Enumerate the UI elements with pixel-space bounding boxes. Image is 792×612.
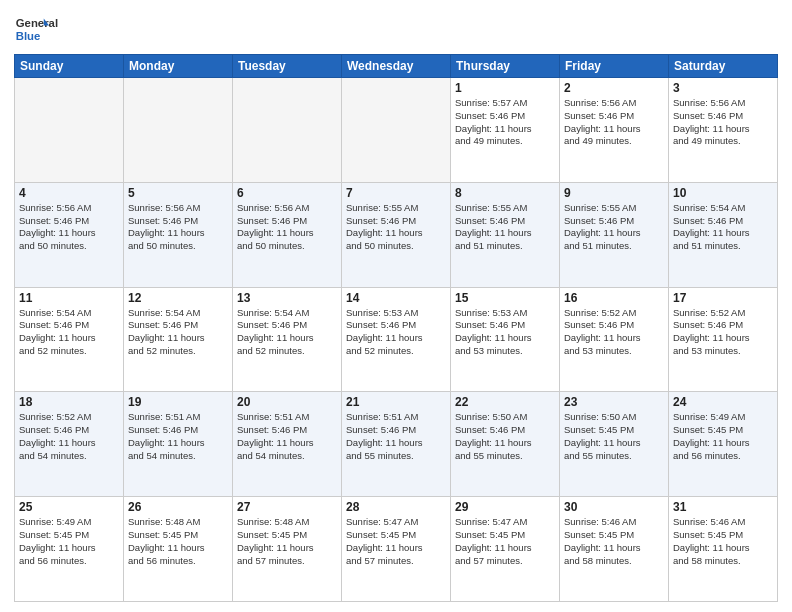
day-info: Sunrise: 5:52 AM Sunset: 5:46 PM Dayligh… [19,411,119,462]
weekday-header-saturday: Saturday [669,55,778,78]
calendar-cell: 20Sunrise: 5:51 AM Sunset: 5:46 PM Dayli… [233,392,342,497]
day-number: 15 [455,291,555,305]
calendar-week-3: 11Sunrise: 5:54 AM Sunset: 5:46 PM Dayli… [15,287,778,392]
day-info: Sunrise: 5:46 AM Sunset: 5:45 PM Dayligh… [673,516,773,567]
calendar-cell [124,78,233,183]
day-info: Sunrise: 5:56 AM Sunset: 5:46 PM Dayligh… [128,202,228,253]
day-number: 13 [237,291,337,305]
day-number: 27 [237,500,337,514]
calendar-cell: 29Sunrise: 5:47 AM Sunset: 5:45 PM Dayli… [451,497,560,602]
calendar-cell: 28Sunrise: 5:47 AM Sunset: 5:45 PM Dayli… [342,497,451,602]
day-number: 20 [237,395,337,409]
day-info: Sunrise: 5:49 AM Sunset: 5:45 PM Dayligh… [19,516,119,567]
calendar-cell: 16Sunrise: 5:52 AM Sunset: 5:46 PM Dayli… [560,287,669,392]
day-number: 29 [455,500,555,514]
calendar-cell: 25Sunrise: 5:49 AM Sunset: 5:45 PM Dayli… [15,497,124,602]
day-info: Sunrise: 5:54 AM Sunset: 5:46 PM Dayligh… [237,307,337,358]
calendar-cell: 7Sunrise: 5:55 AM Sunset: 5:46 PM Daylig… [342,182,451,287]
calendar-header-row: SundayMondayTuesdayWednesdayThursdayFrid… [15,55,778,78]
page: General Blue SundayMondayTuesdayWednesda… [0,0,792,612]
day-info: Sunrise: 5:56 AM Sunset: 5:46 PM Dayligh… [564,97,664,148]
logo-icon: General Blue [14,10,84,48]
weekday-header-monday: Monday [124,55,233,78]
svg-text:Blue: Blue [16,30,41,42]
calendar-cell: 31Sunrise: 5:46 AM Sunset: 5:45 PM Dayli… [669,497,778,602]
day-number: 21 [346,395,446,409]
day-info: Sunrise: 5:56 AM Sunset: 5:46 PM Dayligh… [673,97,773,148]
day-number: 18 [19,395,119,409]
day-number: 19 [128,395,228,409]
day-info: Sunrise: 5:51 AM Sunset: 5:46 PM Dayligh… [128,411,228,462]
day-info: Sunrise: 5:54 AM Sunset: 5:46 PM Dayligh… [673,202,773,253]
weekday-header-tuesday: Tuesday [233,55,342,78]
day-number: 22 [455,395,555,409]
calendar-week-4: 18Sunrise: 5:52 AM Sunset: 5:46 PM Dayli… [15,392,778,497]
day-number: 31 [673,500,773,514]
calendar-cell: 10Sunrise: 5:54 AM Sunset: 5:46 PM Dayli… [669,182,778,287]
weekday-header-sunday: Sunday [15,55,124,78]
day-info: Sunrise: 5:50 AM Sunset: 5:45 PM Dayligh… [564,411,664,462]
day-number: 14 [346,291,446,305]
day-info: Sunrise: 5:51 AM Sunset: 5:46 PM Dayligh… [346,411,446,462]
day-number: 28 [346,500,446,514]
logo: General Blue [14,10,84,48]
calendar-cell: 14Sunrise: 5:53 AM Sunset: 5:46 PM Dayli… [342,287,451,392]
day-info: Sunrise: 5:54 AM Sunset: 5:46 PM Dayligh… [128,307,228,358]
calendar-cell [15,78,124,183]
calendar-cell: 8Sunrise: 5:55 AM Sunset: 5:46 PM Daylig… [451,182,560,287]
calendar-cell: 22Sunrise: 5:50 AM Sunset: 5:46 PM Dayli… [451,392,560,497]
day-number: 10 [673,186,773,200]
day-number: 4 [19,186,119,200]
day-info: Sunrise: 5:50 AM Sunset: 5:46 PM Dayligh… [455,411,555,462]
calendar-cell: 12Sunrise: 5:54 AM Sunset: 5:46 PM Dayli… [124,287,233,392]
calendar-table: SundayMondayTuesdayWednesdayThursdayFrid… [14,54,778,602]
day-number: 2 [564,81,664,95]
calendar-cell: 18Sunrise: 5:52 AM Sunset: 5:46 PM Dayli… [15,392,124,497]
calendar-cell: 9Sunrise: 5:55 AM Sunset: 5:46 PM Daylig… [560,182,669,287]
day-info: Sunrise: 5:56 AM Sunset: 5:46 PM Dayligh… [19,202,119,253]
calendar-cell: 15Sunrise: 5:53 AM Sunset: 5:46 PM Dayli… [451,287,560,392]
day-number: 26 [128,500,228,514]
calendar-cell: 19Sunrise: 5:51 AM Sunset: 5:46 PM Dayli… [124,392,233,497]
day-info: Sunrise: 5:55 AM Sunset: 5:46 PM Dayligh… [564,202,664,253]
calendar-cell: 30Sunrise: 5:46 AM Sunset: 5:45 PM Dayli… [560,497,669,602]
calendar-cell: 1Sunrise: 5:57 AM Sunset: 5:46 PM Daylig… [451,78,560,183]
day-info: Sunrise: 5:52 AM Sunset: 5:46 PM Dayligh… [673,307,773,358]
calendar-cell: 3Sunrise: 5:56 AM Sunset: 5:46 PM Daylig… [669,78,778,183]
day-info: Sunrise: 5:47 AM Sunset: 5:45 PM Dayligh… [346,516,446,567]
day-info: Sunrise: 5:48 AM Sunset: 5:45 PM Dayligh… [237,516,337,567]
day-info: Sunrise: 5:51 AM Sunset: 5:46 PM Dayligh… [237,411,337,462]
day-info: Sunrise: 5:53 AM Sunset: 5:46 PM Dayligh… [455,307,555,358]
calendar-cell [342,78,451,183]
calendar-cell: 11Sunrise: 5:54 AM Sunset: 5:46 PM Dayli… [15,287,124,392]
header: General Blue [14,10,778,48]
calendar-week-5: 25Sunrise: 5:49 AM Sunset: 5:45 PM Dayli… [15,497,778,602]
day-info: Sunrise: 5:52 AM Sunset: 5:46 PM Dayligh… [564,307,664,358]
calendar-cell: 6Sunrise: 5:56 AM Sunset: 5:46 PM Daylig… [233,182,342,287]
day-number: 8 [455,186,555,200]
day-number: 7 [346,186,446,200]
day-number: 24 [673,395,773,409]
weekday-header-friday: Friday [560,55,669,78]
day-number: 16 [564,291,664,305]
calendar-cell: 2Sunrise: 5:56 AM Sunset: 5:46 PM Daylig… [560,78,669,183]
calendar-cell: 4Sunrise: 5:56 AM Sunset: 5:46 PM Daylig… [15,182,124,287]
day-info: Sunrise: 5:57 AM Sunset: 5:46 PM Dayligh… [455,97,555,148]
day-number: 30 [564,500,664,514]
calendar-week-1: 1Sunrise: 5:57 AM Sunset: 5:46 PM Daylig… [15,78,778,183]
calendar-cell: 24Sunrise: 5:49 AM Sunset: 5:45 PM Dayli… [669,392,778,497]
calendar-cell: 13Sunrise: 5:54 AM Sunset: 5:46 PM Dayli… [233,287,342,392]
day-info: Sunrise: 5:46 AM Sunset: 5:45 PM Dayligh… [564,516,664,567]
day-info: Sunrise: 5:56 AM Sunset: 5:46 PM Dayligh… [237,202,337,253]
calendar-cell: 21Sunrise: 5:51 AM Sunset: 5:46 PM Dayli… [342,392,451,497]
day-number: 23 [564,395,664,409]
day-number: 17 [673,291,773,305]
day-info: Sunrise: 5:54 AM Sunset: 5:46 PM Dayligh… [19,307,119,358]
day-number: 6 [237,186,337,200]
day-info: Sunrise: 5:47 AM Sunset: 5:45 PM Dayligh… [455,516,555,567]
weekday-header-thursday: Thursday [451,55,560,78]
day-number: 1 [455,81,555,95]
day-number: 12 [128,291,228,305]
calendar-cell: 26Sunrise: 5:48 AM Sunset: 5:45 PM Dayli… [124,497,233,602]
day-info: Sunrise: 5:48 AM Sunset: 5:45 PM Dayligh… [128,516,228,567]
